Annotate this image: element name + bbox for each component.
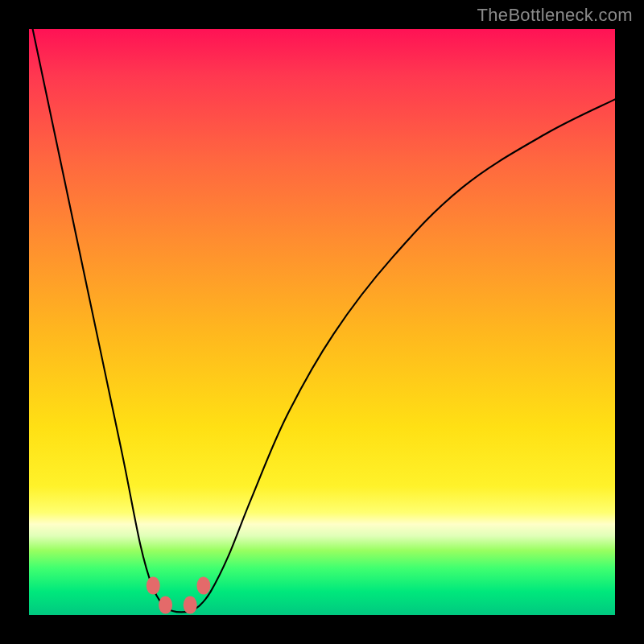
- curve-marker: [184, 597, 197, 614]
- curve-layer: [29, 29, 615, 615]
- curve-marker: [147, 577, 160, 595]
- curve-marker: [196, 577, 210, 595]
- watermark-text: TheBottleneck.com: [477, 5, 633, 26]
- plot-area: [29, 29, 615, 615]
- curve-marker: [159, 597, 172, 614]
- bottleneck-curve: [29, 29, 615, 612]
